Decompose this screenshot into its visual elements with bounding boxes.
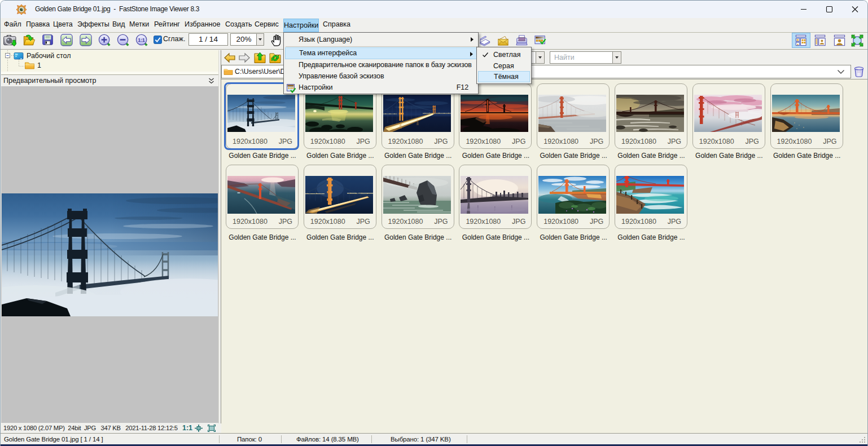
- svg-text:1:1: 1:1: [138, 38, 145, 43]
